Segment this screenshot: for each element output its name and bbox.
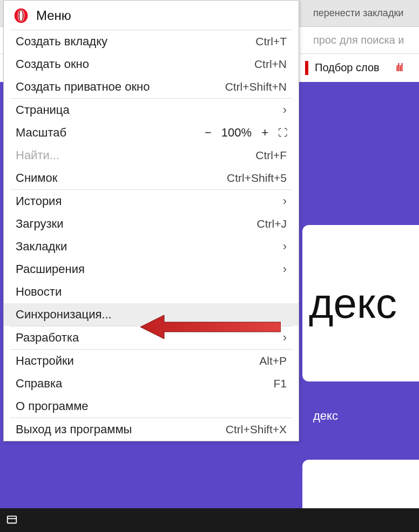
menu-item-label: Разработка — [16, 331, 278, 345]
chevron-right-icon: › — [283, 240, 287, 254]
menu-item-label: Синхронизация... — [16, 308, 287, 322]
menu-shortcut: Ctrl+N — [254, 58, 287, 71]
menu-item-label: Страница — [16, 103, 278, 117]
menu-shortcut: F1 — [273, 377, 287, 390]
menu-item[interactable]: Новости — [4, 281, 299, 303]
menu-item-label: История — [16, 194, 278, 208]
fullscreen-icon[interactable]: ⛶ — [278, 127, 287, 139]
menu-item-label: Снимок — [16, 171, 216, 185]
menu-item-label: Выход из программы — [16, 422, 215, 436]
taskbar — [0, 508, 419, 532]
menu-item-label: О программе — [16, 399, 287, 413]
menu-item[interactable]: Создать окноCtrl+N — [4, 53, 299, 76]
menu-item-label: Расширения — [16, 262, 278, 276]
menu-item[interactable]: Страница› — [4, 99, 299, 121]
menu-item[interactable]: ЗагрузкиCtrl+J — [4, 213, 299, 235]
menu-item[interactable]: Создать вкладкуCtrl+T — [4, 30, 299, 53]
menu-item[interactable]: СнимокCtrl+Shift+5 — [4, 167, 299, 189]
chevron-right-icon: › — [283, 103, 287, 117]
menu-item[interactable]: Синхронизация... — [4, 303, 299, 326]
menu-item[interactable]: Закладки› — [4, 235, 299, 258]
speed-dial-tile[interactable]: декс — [302, 225, 419, 381]
menu-shortcut: Ctrl+Shift+N — [225, 80, 287, 93]
menu-item-label: Новости — [16, 285, 287, 299]
menu-item[interactable]: Масштаб−100%+⛶ — [4, 121, 299, 144]
address-placeholder: прос для поиска и — [313, 34, 404, 46]
zoom-in-button[interactable]: + — [258, 126, 272, 140]
zoom-out-button[interactable]: − — [201, 126, 215, 140]
menu-item-label: Найти... — [16, 148, 245, 162]
menu-item[interactable]: Создать приватное окноCtrl+Shift+N — [4, 76, 299, 98]
menu-item[interactable]: История› — [4, 190, 299, 213]
bars-icon[interactable]: ılıl — [396, 62, 402, 74]
menu-item[interactable]: Выход из программыCtrl+Shift+X — [4, 418, 299, 441]
menu-item[interactable]: СправкаF1 — [4, 372, 299, 395]
menu-item[interactable]: Расширения› — [4, 258, 299, 281]
menu-item-label: Настройки — [16, 354, 248, 368]
menu-shortcut: Ctrl+T — [255, 35, 287, 48]
menu-item-label: Создать вкладку — [16, 35, 245, 49]
menu-item-label: Создать окно — [16, 57, 244, 71]
menu-title: Меню — [36, 8, 71, 23]
menu-shortcut: Ctrl+Shift+X — [226, 423, 287, 436]
chevron-right-icon: › — [283, 194, 287, 208]
svg-rect-0 — [8, 516, 17, 523]
menu-item-label: Справка — [16, 377, 262, 391]
menu-item-label: Создать приватное окно — [16, 80, 214, 94]
tile-label: декс — [313, 409, 338, 423]
menu-header: Меню — [4, 4, 299, 30]
main-menu: Меню Создать вкладкуCtrl+TСоздать окноCt… — [3, 0, 299, 441]
menu-shortcut: Ctrl+Shift+5 — [227, 172, 287, 185]
menu-shortcut: Alt+P — [259, 354, 287, 367]
tile-text: декс — [309, 279, 397, 328]
chevron-right-icon: › — [283, 331, 287, 345]
menu-item[interactable]: НастройкиAlt+P — [4, 350, 299, 372]
svg-point-5 — [19, 10, 23, 21]
menu-item-label: Закладки — [16, 240, 278, 254]
menu-shortcut: Ctrl+F — [255, 149, 287, 162]
menu-item[interactable]: Разработка› — [4, 326, 299, 349]
menu-item[interactable]: Найти...Ctrl+F — [4, 144, 299, 167]
tab-title[interactable]: перенести закладки — [313, 8, 403, 19]
opera-logo-icon — [13, 8, 29, 23]
taskview-icon[interactable] — [0, 508, 24, 532]
menu-shortcut: Ctrl+J — [257, 217, 287, 230]
menu-item[interactable]: О программе — [4, 395, 299, 418]
chevron-right-icon: › — [283, 262, 287, 276]
menu-item-label: Загрузки — [16, 217, 246, 231]
zoom-controls: −100%+⛶ — [201, 126, 287, 140]
bookmark-icon — [305, 61, 308, 75]
menu-item-label: Масштаб — [16, 126, 201, 140]
bookmark-item[interactable]: Подбор слов — [315, 62, 380, 74]
zoom-value: 100% — [221, 126, 252, 140]
